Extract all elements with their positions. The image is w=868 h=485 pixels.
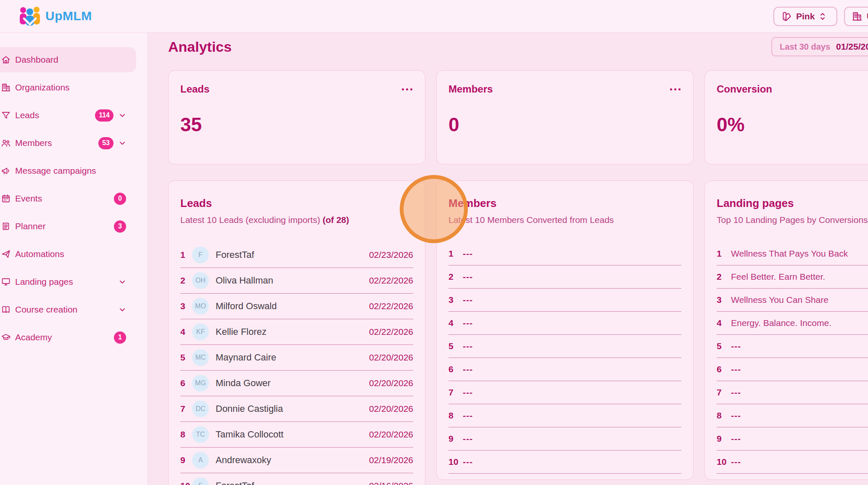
sidebar-item-organizations[interactable]: Organizations — [0, 75, 136, 100]
lead-date: 02/16/2026 — [369, 481, 413, 485]
landing-page-row: 6--- — [717, 358, 868, 381]
chevron-down-icon[interactable] — [119, 139, 126, 147]
lead-row[interactable]: 9AAndrewaxoky02/19/2026 — [180, 448, 413, 473]
row-rank: 1 — [449, 249, 463, 259]
chevron-down-icon[interactable] — [119, 111, 126, 119]
sidebar-item-dashboard[interactable]: Dashboard — [0, 47, 136, 72]
count-badge: 53 — [98, 137, 113, 149]
notepad-icon — [1, 221, 11, 231]
lead-date: 02/20/2026 — [369, 429, 413, 440]
landing-page-name: Energy. Balance. Income. — [731, 318, 831, 328]
empty-value: --- — [463, 341, 473, 351]
landing-page-row: 9--- — [717, 427, 868, 451]
lead-date: 02/23/2026 — [369, 250, 413, 260]
sidebar-item-leads[interactable]: Leads 114 — [0, 103, 136, 128]
date-range-selector[interactable]: Last 30 days 01/25/2026 — [771, 37, 868, 56]
list-card-subtitle: Latest 10 Members Converted from Leads — [449, 215, 681, 225]
sidebar-item-academy[interactable]: Academy 1 — [0, 325, 136, 350]
sidebar-item-planner[interactable]: Planner 3 — [0, 214, 136, 239]
landing-page-row[interactable]: 1Wellness That Pays You Back — [717, 242, 868, 265]
row-rank: 8 — [717, 411, 731, 421]
stat-card-title: Leads — [180, 83, 209, 95]
theme-selector-button[interactable]: Pink — [773, 7, 837, 26]
org-switcher-button[interactable]: U — [844, 7, 868, 26]
count-badge: 114 — [95, 109, 113, 122]
paper-plane-icon — [1, 249, 11, 259]
sidebar-item-landing-pages[interactable]: Landing pages — [0, 269, 136, 294]
lead-name: ForestTaf — [216, 480, 369, 485]
avatar: OH — [192, 272, 209, 289]
lead-row[interactable]: 5MCMaynard Caire02/20/2026 — [180, 345, 413, 371]
lead-row[interactable]: 3MOMilford Oswald02/22/2026 — [180, 294, 413, 319]
palette-icon — [781, 11, 792, 22]
main-content: Analytics Last 30 days 01/25/2026 Leads … — [148, 33, 868, 485]
lead-row[interactable]: 6MGMinda Gower02/20/2026 — [180, 371, 413, 396]
count-badge: 0 — [114, 193, 126, 205]
chevron-down-icon[interactable] — [119, 278, 126, 286]
sidebar-item-label: Events — [15, 193, 114, 204]
lead-row[interactable]: 4KFKellie Florez02/22/2026 — [180, 319, 413, 345]
landing-page-row[interactable]: 2Feel Better. Earn Better. — [717, 265, 868, 289]
sidebar-item-course-creation[interactable]: Course creation — [0, 297, 136, 322]
avatar: TC — [192, 426, 209, 443]
landing-page-name: Wellness That Pays You Back — [731, 249, 848, 259]
avatar: KF — [192, 323, 209, 340]
upmlm-people-logo-icon — [18, 6, 41, 26]
row-rank: 5 — [449, 341, 463, 351]
more-menu-icon[interactable] — [401, 86, 413, 93]
lead-row[interactable]: 10FForestTaf02/16/2026 — [180, 473, 413, 485]
lead-name: Tamika Collocott — [216, 429, 369, 440]
app-header: UpMLM Pink U — [0, 0, 868, 33]
sidebar: Dashboard Organizations Leads 114 — [0, 33, 148, 485]
home-icon — [1, 55, 11, 65]
lead-name: Maynard Caire — [216, 352, 369, 363]
lead-row[interactable]: 8TCTamika Collocott02/20/2026 — [180, 422, 413, 448]
landing-page-row: 8--- — [717, 404, 868, 427]
chevron-down-icon[interactable] — [119, 306, 126, 313]
lead-date: 02/20/2026 — [369, 404, 413, 414]
landing-pages-list-card: Landing pages Top 10 Landing Pages by Co… — [704, 180, 868, 480]
lead-date: 02/20/2026 — [369, 352, 413, 363]
landing-page-row[interactable]: 3Wellness You Can Share — [717, 289, 868, 312]
empty-value: --- — [731, 411, 741, 421]
avatar: A — [192, 452, 209, 469]
landing-page-row: 5--- — [717, 335, 868, 358]
row-rank: 10 — [717, 457, 731, 467]
lead-row[interactable]: 2OHOliva Hallman02/22/2026 — [180, 268, 413, 294]
lead-name: Andrewaxoky — [216, 455, 369, 466]
member-row: 4--- — [449, 312, 681, 335]
brand-name: UpMLM — [45, 9, 92, 23]
sidebar-item-events[interactable]: Events 0 — [0, 186, 136, 211]
lead-row[interactable]: 1FForestTaf02/23/2026 — [180, 242, 413, 268]
sidebar-item-message-campaigns[interactable]: Message campaigns — [0, 158, 136, 183]
stat-card-title: Conversion — [717, 83, 772, 95]
lead-name: Kellie Florez — [216, 326, 369, 337]
row-rank: 9 — [449, 434, 463, 444]
funnel-icon — [1, 110, 11, 120]
member-row: 2--- — [449, 265, 681, 289]
app-logo[interactable]: UpMLM — [18, 6, 92, 26]
member-row: 9--- — [449, 427, 681, 451]
list-card-subtitle: Latest 10 Leads (excluding imports) (of … — [180, 215, 413, 225]
row-rank: 8 — [449, 411, 463, 421]
sidebar-item-members[interactable]: Members 53 — [0, 130, 136, 156]
empty-value: --- — [731, 387, 741, 398]
lead-row[interactable]: 7DCDonnie Castiglia02/20/2026 — [180, 396, 413, 422]
megaphone-icon — [1, 166, 11, 176]
sidebar-item-automations[interactable]: Automations — [0, 241, 136, 267]
empty-value: --- — [463, 295, 473, 305]
leads-list-card: Leads Latest 10 Leads (excluding imports… — [168, 180, 425, 485]
lead-date: 02/20/2026 — [369, 378, 413, 388]
row-rank: 3 — [449, 295, 463, 305]
stat-card-leads: Leads 35 — [168, 70, 425, 164]
member-row: 7--- — [449, 381, 681, 404]
row-rank: 6 — [717, 364, 731, 374]
lead-name: Oliva Hallman — [216, 275, 369, 286]
lead-name: Minda Gower — [216, 378, 369, 389]
book-icon — [1, 305, 11, 315]
lead-name: Milford Oswald — [216, 301, 369, 312]
row-rank: 4 — [717, 318, 731, 328]
lead-date: 02/22/2026 — [369, 301, 413, 311]
more-menu-icon[interactable] — [669, 86, 681, 93]
landing-page-row[interactable]: 4Energy. Balance. Income. — [717, 312, 868, 335]
